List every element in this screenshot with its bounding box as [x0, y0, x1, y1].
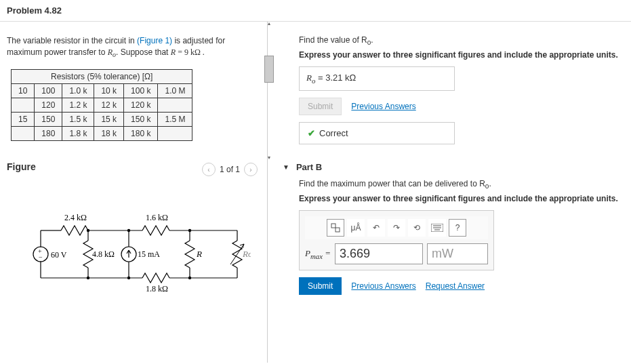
check-icon: ✔	[308, 128, 315, 138]
cell: 1.5 k	[62, 113, 94, 127]
svg-rect-19	[335, 228, 340, 232]
cell: 100 k	[124, 84, 158, 98]
parta-submit-button: Submit	[299, 98, 342, 115]
parta-answer-box: Ro = 3.21 kΩ	[299, 66, 455, 91]
svg-rect-18	[331, 224, 335, 228]
cell	[158, 127, 192, 141]
cell: 1.2 k	[62, 98, 94, 113]
partb-input-panel: μÅ ↶ ↷ ⟲ ? Pmax =	[299, 210, 494, 270]
cell: 1.5 M	[158, 113, 192, 127]
keyboard-button[interactable]	[428, 219, 446, 237]
partb-header[interactable]: ▼ Part B	[283, 162, 626, 172]
partb-var-label: Pmax =	[305, 248, 331, 260]
cell: 180	[35, 127, 62, 141]
cell: 120	[35, 98, 62, 113]
svg-point-4	[127, 229, 130, 232]
partb-unit-input[interactable]	[427, 243, 488, 264]
cell	[158, 98, 192, 113]
table-row: 120 1.2 k 12 k 120 k	[12, 98, 192, 113]
partb-previous-answers-link[interactable]: Previous Answers	[351, 281, 415, 291]
parta-previous-answers-link[interactable]: Previous Answers	[351, 102, 415, 111]
cell: 12 k	[94, 98, 124, 113]
partb-find: Find the maximum power that can be deliv…	[299, 179, 626, 190]
main: ▴ ▾ The variable resistor in the circuit…	[0, 22, 631, 363]
cell: 1.8 k	[62, 127, 94, 141]
figure-count: 1 of 1	[220, 165, 240, 174]
partb-request-answer-link[interactable]: Request Answer	[426, 281, 485, 291]
partb-value-input[interactable]	[335, 243, 423, 264]
svg-text:2.4 kΩ: 2.4 kΩ	[64, 213, 87, 222]
help-button[interactable]: ?	[449, 219, 466, 237]
cell: 150	[35, 113, 62, 127]
svg-text:−: −	[39, 254, 43, 261]
svg-text:1.8 kΩ: 1.8 kΩ	[146, 284, 168, 294]
cell: 1.0 M	[158, 84, 192, 98]
cell: 15 k	[94, 113, 124, 127]
reset-button[interactable]: ⟲	[408, 219, 426, 237]
svg-point-6	[188, 229, 191, 232]
svg-point-3	[87, 277, 89, 279]
cell: 10	[12, 84, 35, 98]
parta-instructions: Express your answer to three significant…	[299, 50, 626, 60]
partb-instructions: Express your answer to three significant…	[299, 194, 626, 203]
caret-down-icon: ▼	[283, 163, 289, 171]
svg-point-5	[127, 277, 130, 279]
intro-rvar: R	[108, 47, 113, 57]
figure-next-button[interactable]: ›	[244, 163, 258, 176]
figure-prev-button[interactable]: ‹	[202, 163, 216, 176]
table-row: 180 1.8 k 18 k 180 k	[12, 127, 192, 141]
partb-toolbar: μÅ ↶ ↷ ⟲ ?	[305, 216, 488, 239]
svg-text:1.6 kΩ: 1.6 kΩ	[146, 213, 168, 222]
cell: 150 k	[124, 113, 158, 127]
problem-intro: The variable resistor in the circuit in …	[7, 35, 260, 60]
svg-point-7	[188, 277, 191, 279]
left-panel: ▴ ▾ The variable resistor in the circuit…	[0, 22, 268, 363]
cell	[12, 127, 35, 141]
svg-text:4.8 kΩ: 4.8 kΩ	[92, 249, 115, 259]
intro-eq: = 9 kΩ .	[176, 47, 205, 57]
circuit-figure: + − 2.4 kΩ 1.6 kΩ 1.8 kΩ 4.8 kΩ 60 V 15 …	[27, 197, 260, 300]
template-button[interactable]	[327, 219, 344, 237]
svg-text:R: R	[196, 249, 202, 259]
resistor-table: Resistors (5% tolerance) [Ω] 10 100 1.0 …	[11, 69, 192, 141]
problem-title: Problem 4.82	[0, 0, 631, 22]
figure-link[interactable]: (Figure 1)	[137, 36, 172, 45]
partb-submit-button[interactable]: Submit	[299, 277, 342, 295]
partb-title: Part B	[296, 162, 322, 172]
table-head: Resistors (5% tolerance) [Ω]	[12, 70, 192, 84]
units-button[interactable]: μÅ	[347, 219, 365, 237]
intro-text-3: . Suppose that	[116, 47, 171, 57]
cell: 10 k	[94, 84, 124, 98]
right-panel: Find the value of Ro. Express your answe…	[268, 22, 631, 363]
svg-text:15 mA: 15 mA	[138, 249, 160, 259]
cell: 15	[12, 113, 35, 127]
svg-text:Ro: Ro	[242, 249, 251, 259]
cell: 1.0 k	[62, 84, 94, 98]
cell: 18 k	[94, 127, 124, 141]
svg-text:60 V: 60 V	[51, 250, 67, 260]
parta-find: Find the value of Ro.	[299, 35, 626, 46]
parta-correct-badge: ✔Correct	[299, 122, 455, 144]
table-row: 10 100 1.0 k 10 k 100 k 1.0 M	[12, 84, 192, 98]
cell: 100	[35, 84, 62, 98]
cell: 120 k	[124, 98, 158, 113]
intro-text-1: The variable resistor in the circuit in	[7, 36, 137, 45]
undo-button[interactable]: ↶	[367, 219, 385, 237]
cell: 180 k	[124, 127, 158, 141]
cell	[12, 98, 35, 113]
svg-point-2	[87, 229, 89, 232]
table-row: 15 150 1.5 k 15 k 150 k 1.5 M	[12, 113, 192, 127]
redo-button[interactable]: ↷	[388, 219, 405, 237]
